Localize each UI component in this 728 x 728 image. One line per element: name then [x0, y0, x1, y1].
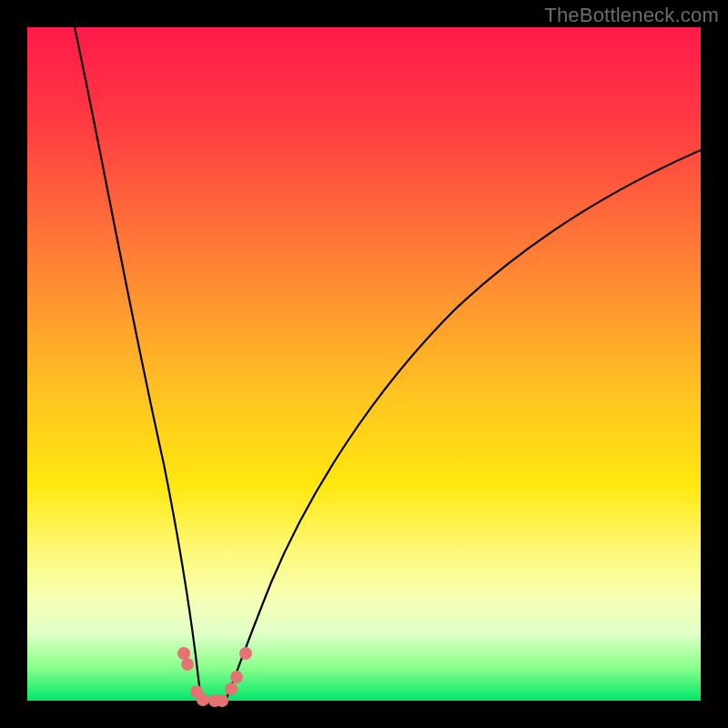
bottleneck-right-curve	[226, 150, 701, 701]
plot-area	[27, 27, 701, 701]
marker-dot	[197, 693, 209, 706]
chart-frame: TheBottleneck.com	[0, 0, 728, 728]
marker-dot	[230, 671, 243, 683]
curve-layer	[27, 27, 701, 701]
marker-dot	[181, 658, 194, 671]
marker-dots	[177, 647, 252, 707]
bottleneck-left-curve	[75, 27, 202, 701]
marker-dot	[225, 682, 238, 695]
marker-dot	[239, 647, 252, 660]
marker-dot	[216, 694, 228, 707]
marker-dot	[177, 647, 190, 660]
watermark-text: TheBottleneck.com	[544, 4, 719, 27]
